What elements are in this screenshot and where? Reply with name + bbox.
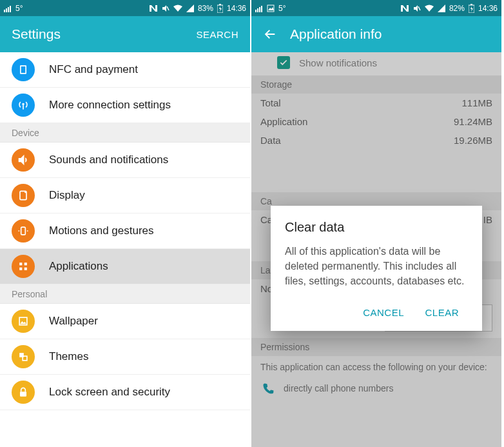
row-lock-security[interactable]: Lock screen and security xyxy=(0,375,250,410)
svg-rect-11 xyxy=(21,227,26,235)
row-label: Motions and gestures xyxy=(49,224,154,237)
svg-rect-2 xyxy=(8,7,9,12)
clock: 14:36 xyxy=(478,4,498,13)
dialog-body: All of this application's data will be d… xyxy=(285,244,468,289)
svg-rect-0 xyxy=(4,10,5,12)
back-arrow-icon[interactable] xyxy=(263,27,277,41)
svg-rect-19 xyxy=(20,392,26,397)
wallpaper-icon xyxy=(12,310,35,333)
themes-icon xyxy=(12,345,35,368)
motions-icon xyxy=(12,219,35,243)
svg-line-25 xyxy=(418,6,420,10)
svg-rect-14 xyxy=(19,268,22,270)
nfc-icon xyxy=(149,5,158,12)
row-applications[interactable]: Applications xyxy=(0,249,250,284)
row-nfc-payment[interactable]: NFC and payment xyxy=(0,52,250,88)
svg-point-10 xyxy=(24,192,26,194)
svg-rect-22 xyxy=(259,7,260,12)
row-label: Applications xyxy=(49,260,108,273)
signal-bars-icon xyxy=(4,5,12,12)
appbar: Settings SEARCH xyxy=(0,16,250,52)
row-sounds[interactable]: Sounds and notifications xyxy=(0,143,250,178)
clear-data-dialog: Clear data All of this application's dat… xyxy=(271,206,482,331)
temperature: 5° xyxy=(15,4,23,13)
volume-icon xyxy=(12,148,35,172)
row-label: Lock screen and security xyxy=(49,386,170,399)
svg-rect-13 xyxy=(24,263,27,265)
screen-settings: 5° 83% 14:36 Settings SEARCH NFC and pay… xyxy=(0,0,251,447)
svg-rect-20 xyxy=(255,10,257,12)
temperature: 5° xyxy=(278,4,286,13)
status-bar: 5° 83% 14:36 xyxy=(0,0,250,16)
dialog-cancel-button[interactable]: CANCEL xyxy=(354,301,413,324)
battery-percent: 83% xyxy=(198,4,213,13)
section-device: Device xyxy=(0,123,250,143)
svg-rect-21 xyxy=(257,8,258,12)
wifi-icon xyxy=(425,5,434,12)
battery-charging-icon xyxy=(217,4,223,13)
signal-icon xyxy=(438,5,445,12)
status-bar: 5° 82% 14:36 xyxy=(251,0,501,16)
battery-percent: 82% xyxy=(449,4,465,13)
row-more-connection[interactable]: More connection settings xyxy=(0,88,250,123)
clock: 14:36 xyxy=(227,4,246,13)
antenna-icon xyxy=(12,94,35,117)
row-motions[interactable]: Motions and gestures xyxy=(0,214,250,249)
signal-bars-icon xyxy=(255,5,263,12)
battery-charging-icon xyxy=(469,4,474,13)
settings-list: NFC and payment More connection settings… xyxy=(0,52,250,410)
svg-rect-15 xyxy=(24,268,27,270)
mute-icon xyxy=(162,5,170,12)
nfc-icon xyxy=(400,5,409,12)
svg-rect-3 xyxy=(10,6,11,12)
wifi-icon xyxy=(173,5,182,12)
page-title: Application info xyxy=(290,26,382,42)
search-button[interactable]: SEARCH xyxy=(196,29,238,40)
mute-icon xyxy=(413,5,421,12)
row-label: Display xyxy=(49,189,85,202)
svg-rect-8 xyxy=(23,105,24,110)
svg-point-7 xyxy=(22,103,24,105)
appbar: Application info xyxy=(251,16,501,52)
svg-rect-6 xyxy=(219,4,221,5)
screen-app-info: 5° 82% 14:36 Application info Show notif… xyxy=(251,0,503,447)
row-label: Wallpaper xyxy=(49,315,98,328)
row-wallpaper[interactable]: Wallpaper xyxy=(0,304,250,339)
row-label: Themes xyxy=(49,350,88,363)
row-label: Sounds and notifications xyxy=(49,154,168,166)
lock-icon xyxy=(12,381,35,404)
svg-rect-1 xyxy=(6,8,7,12)
display-icon xyxy=(12,184,35,207)
section-personal: Personal xyxy=(0,284,250,304)
signal-icon xyxy=(186,5,194,12)
svg-rect-27 xyxy=(470,4,472,5)
apps-icon xyxy=(12,255,35,278)
row-label: NFC and payment xyxy=(49,63,138,76)
row-display[interactable]: Display xyxy=(0,178,250,214)
svg-rect-12 xyxy=(19,263,22,265)
row-label: More connection settings xyxy=(49,99,171,112)
svg-rect-23 xyxy=(261,6,262,12)
screenshot-notif-icon xyxy=(267,5,275,12)
page-title: Settings xyxy=(12,26,61,42)
nfc-payment-icon xyxy=(12,58,35,81)
dialog-clear-button[interactable]: CLEAR xyxy=(416,301,468,324)
dialog-title: Clear data xyxy=(285,220,468,235)
svg-line-4 xyxy=(167,6,169,10)
row-themes[interactable]: Themes xyxy=(0,339,250,375)
